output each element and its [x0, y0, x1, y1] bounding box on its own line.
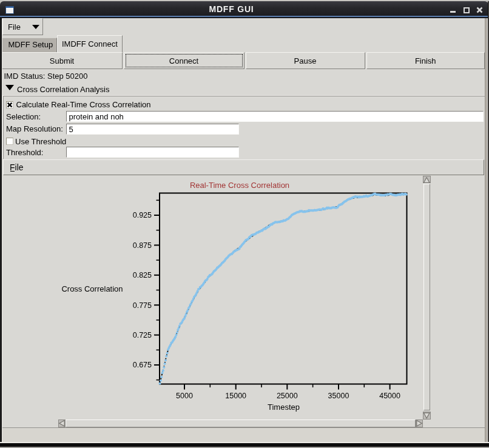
svg-text:0.675: 0.675 [133, 361, 152, 369]
svg-text:Cross Correlation: Cross Correlation [61, 284, 123, 293]
svg-text:Timestep: Timestep [268, 403, 300, 412]
svg-text:0.825: 0.825 [133, 271, 152, 279]
svg-text:45000: 45000 [379, 392, 400, 400]
svg-text:15000: 15000 [225, 392, 246, 400]
svg-text:Real-Time Cross Correlation: Real-Time Cross Correlation [190, 181, 289, 190]
svg-text:0.725: 0.725 [133, 331, 152, 339]
svg-text:0.775: 0.775 [133, 301, 152, 310]
svg-text:35000: 35000 [328, 392, 349, 400]
svg-text:25000: 25000 [277, 392, 298, 400]
svg-text:0.925: 0.925 [133, 211, 152, 219]
svg-text:0.875: 0.875 [133, 241, 152, 250]
svg-text:5000: 5000 [176, 392, 193, 400]
